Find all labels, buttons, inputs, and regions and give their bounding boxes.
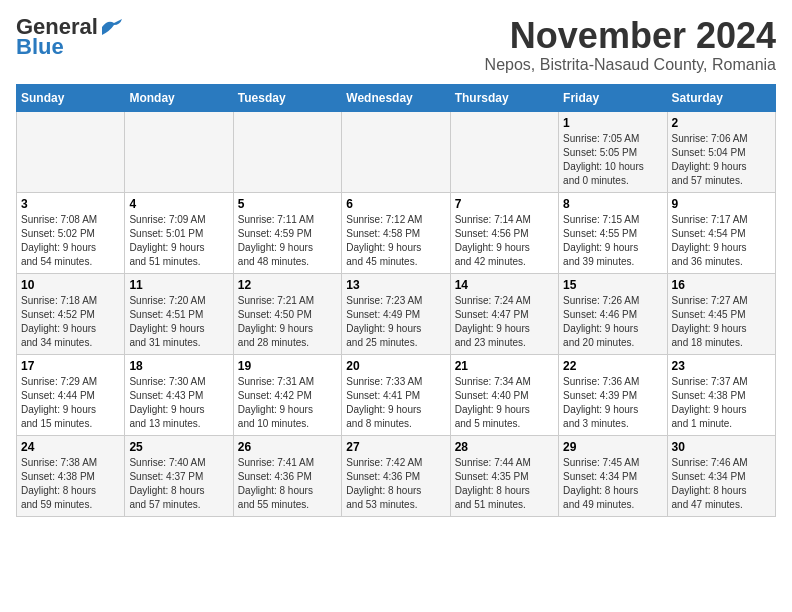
day-number: 5 [238, 197, 337, 211]
calendar-cell: 14Sunrise: 7:24 AM Sunset: 4:47 PM Dayli… [450, 273, 558, 354]
day-header: Wednesday [342, 84, 450, 111]
day-info: Sunrise: 7:37 AM Sunset: 4:38 PM Dayligh… [672, 375, 771, 431]
day-info: Sunrise: 7:21 AM Sunset: 4:50 PM Dayligh… [238, 294, 337, 350]
day-info: Sunrise: 7:12 AM Sunset: 4:58 PM Dayligh… [346, 213, 445, 269]
calendar-cell: 21Sunrise: 7:34 AM Sunset: 4:40 PM Dayli… [450, 354, 558, 435]
calendar-cell: 13Sunrise: 7:23 AM Sunset: 4:49 PM Dayli… [342, 273, 450, 354]
logo: General Blue [16, 16, 122, 58]
calendar-cell [342, 111, 450, 192]
title-area: November 2024 Nepos, Bistrita-Nasaud Cou… [485, 16, 776, 74]
calendar-table: SundayMondayTuesdayWednesdayThursdayFrid… [16, 84, 776, 517]
calendar-cell [17, 111, 125, 192]
calendar-cell: 20Sunrise: 7:33 AM Sunset: 4:41 PM Dayli… [342, 354, 450, 435]
day-info: Sunrise: 7:41 AM Sunset: 4:36 PM Dayligh… [238, 456, 337, 512]
day-info: Sunrise: 7:08 AM Sunset: 5:02 PM Dayligh… [21, 213, 120, 269]
location: Nepos, Bistrita-Nasaud County, Romania [485, 56, 776, 74]
calendar-cell: 19Sunrise: 7:31 AM Sunset: 4:42 PM Dayli… [233, 354, 341, 435]
day-info: Sunrise: 7:24 AM Sunset: 4:47 PM Dayligh… [455, 294, 554, 350]
day-info: Sunrise: 7:38 AM Sunset: 4:38 PM Dayligh… [21, 456, 120, 512]
calendar-cell: 10Sunrise: 7:18 AM Sunset: 4:52 PM Dayli… [17, 273, 125, 354]
calendar-cell: 4Sunrise: 7:09 AM Sunset: 5:01 PM Daylig… [125, 192, 233, 273]
day-number: 23 [672, 359, 771, 373]
calendar-cell: 17Sunrise: 7:29 AM Sunset: 4:44 PM Dayli… [17, 354, 125, 435]
day-header: Sunday [17, 84, 125, 111]
day-info: Sunrise: 7:26 AM Sunset: 4:46 PM Dayligh… [563, 294, 662, 350]
day-number: 25 [129, 440, 228, 454]
day-info: Sunrise: 7:36 AM Sunset: 4:39 PM Dayligh… [563, 375, 662, 431]
day-number: 18 [129, 359, 228, 373]
day-info: Sunrise: 7:05 AM Sunset: 5:05 PM Dayligh… [563, 132, 662, 188]
day-number: 9 [672, 197, 771, 211]
calendar-cell: 30Sunrise: 7:46 AM Sunset: 4:34 PM Dayli… [667, 435, 775, 516]
day-number: 19 [238, 359, 337, 373]
day-number: 30 [672, 440, 771, 454]
day-number: 20 [346, 359, 445, 373]
calendar-cell: 23Sunrise: 7:37 AM Sunset: 4:38 PM Dayli… [667, 354, 775, 435]
calendar-cell: 12Sunrise: 7:21 AM Sunset: 4:50 PM Dayli… [233, 273, 341, 354]
day-info: Sunrise: 7:33 AM Sunset: 4:41 PM Dayligh… [346, 375, 445, 431]
day-header: Thursday [450, 84, 558, 111]
day-header: Tuesday [233, 84, 341, 111]
day-info: Sunrise: 7:20 AM Sunset: 4:51 PM Dayligh… [129, 294, 228, 350]
calendar-cell: 28Sunrise: 7:44 AM Sunset: 4:35 PM Dayli… [450, 435, 558, 516]
calendar-cell [125, 111, 233, 192]
day-number: 26 [238, 440, 337, 454]
calendar-cell [450, 111, 558, 192]
day-info: Sunrise: 7:29 AM Sunset: 4:44 PM Dayligh… [21, 375, 120, 431]
day-number: 4 [129, 197, 228, 211]
calendar-cell: 1Sunrise: 7:05 AM Sunset: 5:05 PM Daylig… [559, 111, 667, 192]
day-number: 8 [563, 197, 662, 211]
calendar-cell: 24Sunrise: 7:38 AM Sunset: 4:38 PM Dayli… [17, 435, 125, 516]
day-number: 29 [563, 440, 662, 454]
day-number: 27 [346, 440, 445, 454]
calendar-cell: 5Sunrise: 7:11 AM Sunset: 4:59 PM Daylig… [233, 192, 341, 273]
day-number: 2 [672, 116, 771, 130]
calendar-cell: 6Sunrise: 7:12 AM Sunset: 4:58 PM Daylig… [342, 192, 450, 273]
day-info: Sunrise: 7:15 AM Sunset: 4:55 PM Dayligh… [563, 213, 662, 269]
day-info: Sunrise: 7:11 AM Sunset: 4:59 PM Dayligh… [238, 213, 337, 269]
calendar-cell: 25Sunrise: 7:40 AM Sunset: 4:37 PM Dayli… [125, 435, 233, 516]
day-header: Saturday [667, 84, 775, 111]
calendar-cell: 3Sunrise: 7:08 AM Sunset: 5:02 PM Daylig… [17, 192, 125, 273]
day-number: 15 [563, 278, 662, 292]
calendar-cell: 8Sunrise: 7:15 AM Sunset: 4:55 PM Daylig… [559, 192, 667, 273]
day-info: Sunrise: 7:14 AM Sunset: 4:56 PM Dayligh… [455, 213, 554, 269]
day-header: Monday [125, 84, 233, 111]
calendar-cell: 7Sunrise: 7:14 AM Sunset: 4:56 PM Daylig… [450, 192, 558, 273]
calendar-cell: 15Sunrise: 7:26 AM Sunset: 4:46 PM Dayli… [559, 273, 667, 354]
day-info: Sunrise: 7:44 AM Sunset: 4:35 PM Dayligh… [455, 456, 554, 512]
logo-blue: Blue [16, 36, 64, 58]
day-info: Sunrise: 7:46 AM Sunset: 4:34 PM Dayligh… [672, 456, 771, 512]
day-number: 7 [455, 197, 554, 211]
calendar-cell: 16Sunrise: 7:27 AM Sunset: 4:45 PM Dayli… [667, 273, 775, 354]
day-number: 13 [346, 278, 445, 292]
day-number: 24 [21, 440, 120, 454]
day-number: 16 [672, 278, 771, 292]
day-number: 11 [129, 278, 228, 292]
calendar-cell [233, 111, 341, 192]
day-number: 22 [563, 359, 662, 373]
day-number: 10 [21, 278, 120, 292]
logo-bird-icon [100, 19, 122, 35]
day-info: Sunrise: 7:31 AM Sunset: 4:42 PM Dayligh… [238, 375, 337, 431]
calendar-cell: 26Sunrise: 7:41 AM Sunset: 4:36 PM Dayli… [233, 435, 341, 516]
day-number: 14 [455, 278, 554, 292]
calendar-cell: 27Sunrise: 7:42 AM Sunset: 4:36 PM Dayli… [342, 435, 450, 516]
day-number: 3 [21, 197, 120, 211]
month-title: November 2024 [485, 16, 776, 56]
day-info: Sunrise: 7:45 AM Sunset: 4:34 PM Dayligh… [563, 456, 662, 512]
day-info: Sunrise: 7:40 AM Sunset: 4:37 PM Dayligh… [129, 456, 228, 512]
day-info: Sunrise: 7:42 AM Sunset: 4:36 PM Dayligh… [346, 456, 445, 512]
calendar-cell: 29Sunrise: 7:45 AM Sunset: 4:34 PM Dayli… [559, 435, 667, 516]
day-number: 28 [455, 440, 554, 454]
header: General Blue November 2024 Nepos, Bistri… [16, 16, 776, 74]
day-info: Sunrise: 7:23 AM Sunset: 4:49 PM Dayligh… [346, 294, 445, 350]
day-number: 12 [238, 278, 337, 292]
calendar-cell: 2Sunrise: 7:06 AM Sunset: 5:04 PM Daylig… [667, 111, 775, 192]
day-info: Sunrise: 7:17 AM Sunset: 4:54 PM Dayligh… [672, 213, 771, 269]
day-info: Sunrise: 7:09 AM Sunset: 5:01 PM Dayligh… [129, 213, 228, 269]
calendar-cell: 11Sunrise: 7:20 AM Sunset: 4:51 PM Dayli… [125, 273, 233, 354]
calendar-cell: 18Sunrise: 7:30 AM Sunset: 4:43 PM Dayli… [125, 354, 233, 435]
day-info: Sunrise: 7:27 AM Sunset: 4:45 PM Dayligh… [672, 294, 771, 350]
day-number: 17 [21, 359, 120, 373]
